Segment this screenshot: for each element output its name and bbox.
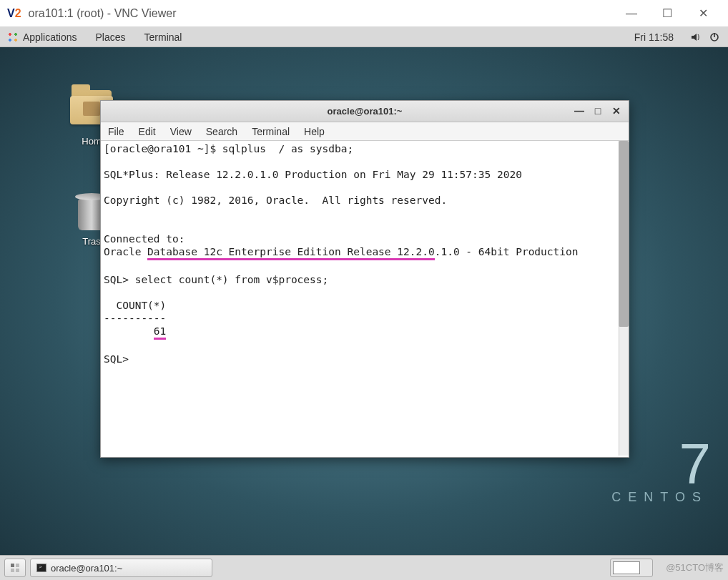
minimize-button[interactable]: — <box>614 0 649 27</box>
menu-view[interactable]: View <box>170 126 192 137</box>
menu-edit[interactable]: Edit <box>139 126 156 137</box>
terminal-minimize-button[interactable]: — <box>571 104 587 118</box>
svg-rect-2 <box>11 564 14 567</box>
terminal-menubar: File Edit View Search Terminal Help <box>101 122 629 141</box>
svg-rect-4 <box>11 569 14 572</box>
terminal-maximize-button[interactable]: □ <box>590 104 606 118</box>
highlight-db-version: Database 12c Enterprise Edition Release … <box>147 245 435 260</box>
volume-icon[interactable] <box>689 31 702 43</box>
gnome-taskbar: oracle@ora101:~ @51CTO博客 <box>0 555 728 580</box>
taskbar-item-terminal[interactable]: oracle@ora101:~ <box>30 559 212 577</box>
close-button[interactable]: ✕ <box>685 0 721 27</box>
terminal-window[interactable]: oracle@ora101:~ — □ ✕ File Edit View Sea… <box>100 100 629 458</box>
applications-icon <box>7 31 19 43</box>
vnc-window-title: ora101:1 (root) - VNC Viewer <box>29 7 177 20</box>
menu-file[interactable]: File <box>108 126 124 137</box>
svg-rect-5 <box>16 569 19 572</box>
power-icon[interactable] <box>708 31 721 43</box>
highlight-count-value: 61 <box>154 325 166 340</box>
watermark: @51CTO博客 <box>666 561 724 574</box>
vnc-logo: V2 <box>7 7 21 20</box>
menu-terminal[interactable]: Terminal <box>144 31 182 43</box>
clock[interactable]: Fri 11:58 <box>634 31 674 43</box>
desktop[interactable]: Hom Tras 7 CENTOS oracle@ora101:~ — □ ✕ … <box>0 47 728 555</box>
terminal-icon <box>36 564 46 572</box>
terminal-body[interactable]: [oracle@ora101 ~]$ sqlplus / as sysdba; … <box>101 141 629 456</box>
workspace-switcher[interactable] <box>4 559 26 577</box>
menu-places[interactable]: Places <box>96 31 126 43</box>
terminal-scroll-thumb[interactable] <box>619 141 629 327</box>
terminal-close-button[interactable]: ✕ <box>609 104 624 118</box>
menu-applications[interactable]: Applications <box>23 31 77 43</box>
terminal-title: oracle@ora101:~ <box>328 106 403 117</box>
maximize-button[interactable]: ☐ <box>649 0 685 27</box>
terminal-titlebar[interactable]: oracle@ora101:~ — □ ✕ <box>101 101 629 122</box>
menu-help[interactable]: Help <box>304 126 325 137</box>
menu-search[interactable]: Search <box>206 126 237 137</box>
system-tray[interactable] <box>610 559 653 577</box>
taskbar-item-label: oracle@ora101:~ <box>51 563 122 574</box>
gnome-top-bar: Applications Places Terminal Fri 11:58 <box>0 27 728 47</box>
vnc-titlebar: V2 ora101:1 (root) - VNC Viewer — ☐ ✕ <box>0 0 728 27</box>
svg-rect-3 <box>16 564 19 567</box>
terminal-scrollbar[interactable] <box>619 141 629 456</box>
menu-terminal[interactable]: Terminal <box>252 126 290 137</box>
